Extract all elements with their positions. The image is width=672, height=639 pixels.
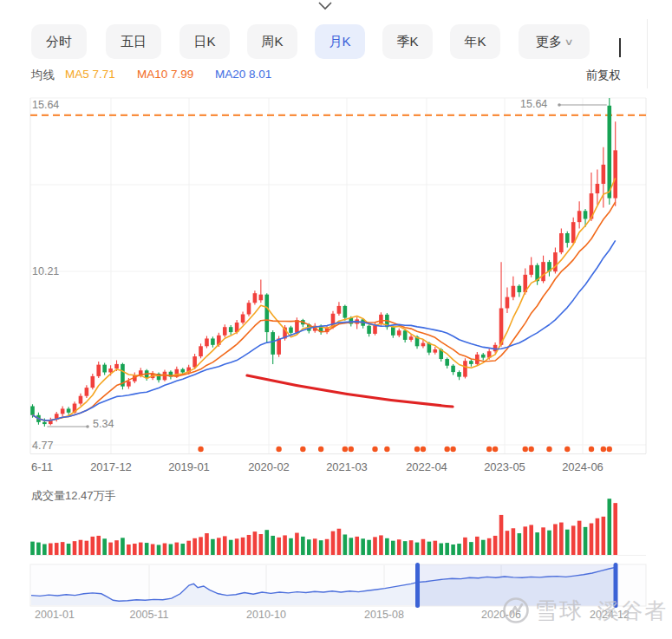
y-axis-label-mid: 10.21	[32, 265, 59, 277]
ma10-line	[33, 202, 616, 421]
navigator-axis-label: 2015-08	[364, 609, 404, 621]
navigator-axis-label: 2005-11	[130, 609, 169, 621]
navigator-axis-label: 2010-10	[246, 609, 286, 621]
x-axis-label: 6-11	[31, 460, 53, 473]
volume-bars	[30, 499, 646, 555]
x-axis-label: 2021-03	[326, 460, 368, 473]
navigator-selection[interactable]	[418, 564, 616, 606]
high-price-marker-label: 15.64	[520, 98, 547, 110]
navigator-axis-label: 2020-06	[481, 609, 521, 621]
low-price-marker-label: 5.34	[93, 418, 114, 430]
y-axis-label-max: 15.64	[32, 99, 59, 111]
navigator-right-handle[interactable]	[614, 563, 618, 608]
x-axis-label: 2023-05	[484, 460, 525, 473]
x-axis-label: 2017-12	[90, 460, 132, 473]
navigator[interactable]	[30, 563, 646, 608]
event-dots[interactable]	[198, 447, 612, 452]
y-axis-label-min: 4.77	[32, 440, 53, 452]
low-marker	[47, 425, 88, 428]
chart-grid	[30, 98, 646, 454]
navigator-left-handle[interactable]	[415, 563, 420, 608]
navigator-axis-label: 2001-01	[35, 609, 75, 621]
x-axis-label: 2019-01	[168, 460, 210, 473]
navigator-axis-label: 2024-12	[590, 609, 630, 621]
x-axis-label: 2020-02	[248, 460, 290, 473]
candlesticks	[30, 98, 617, 427]
x-axis-label: 2022-04	[406, 460, 447, 473]
x-axis-label: 2024-06	[562, 460, 603, 473]
stock-chart-app: 分时五日日K周K月K季K年K更多∨ 均线 MA5 7.71 MA10 7.99 …	[0, 0, 672, 639]
volume-label: 成交量12.47万手	[31, 488, 116, 504]
high-marker	[558, 103, 607, 107]
main-chart-canvas[interactable]	[0, 0, 672, 639]
ma20-line	[33, 240, 616, 421]
drawn-trend-line[interactable]	[247, 375, 453, 407]
